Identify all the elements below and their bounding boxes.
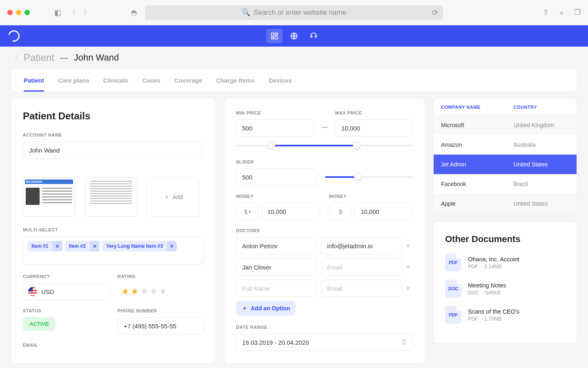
add-image-button[interactable]: ＋ Add [147, 177, 199, 217]
star-icon[interactable]: ★ [149, 286, 158, 297]
companies-table: COMPANY NAME COUNTRY MicrosoftUnited Kin… [434, 99, 577, 213]
tab-care-plans[interactable]: Care plans [58, 69, 89, 92]
status-badge: ACTIVE [23, 317, 56, 331]
svg-rect-2 [275, 36, 278, 39]
close-window[interactable] [7, 10, 13, 15]
doc-name: Scans of the CEO's [468, 308, 519, 315]
breadcrumb-sep: — [60, 53, 68, 63]
chip-remove-icon[interactable]: × [167, 241, 177, 251]
browser-chrome: ◧ 〈 〉 ◓ 🔍 Search or enter website name ⟳… [0, 0, 588, 25]
min-price-input[interactable] [236, 119, 314, 137]
document-item[interactable]: PDFOhana, Inc. AccointPDF - 2.14MB [445, 254, 565, 272]
tab-patient[interactable]: Patient [24, 69, 44, 92]
nav-forward-icon[interactable]: 〉 [83, 8, 91, 18]
company-cell: Jet Admin [441, 161, 513, 168]
table-row[interactable]: Jet AdminUnited States [434, 155, 577, 174]
range-thumb-max[interactable] [353, 142, 360, 149]
currency-select[interactable]: USD [23, 283, 109, 300]
patient-details-card: Patient Details ACCOUNT NAME MICHIGAN ＋ … [11, 99, 216, 363]
logo-icon[interactable] [6, 28, 22, 44]
resize-handle-icon[interactable]: ⌟ [200, 257, 202, 263]
breadcrumb-name: John Wand [74, 52, 119, 63]
doctor-email-input[interactable] [321, 237, 402, 254]
range-sep: — [321, 123, 328, 131]
slider-thumb[interactable] [354, 173, 361, 181]
star-icon[interactable]: ★ [140, 286, 148, 297]
chip-label: Item #2 [65, 241, 90, 251]
col-country-header[interactable]: COUNTRY [513, 105, 569, 110]
remove-row-icon[interactable]: × [406, 284, 413, 293]
col-company-header[interactable]: COMPANY NAME [441, 105, 513, 110]
doctor-name-input[interactable] [236, 258, 317, 276]
nav-back-icon[interactable]: 〈 [69, 8, 76, 18]
table-row[interactable]: MicrosoftUnited Kingdom [434, 115, 577, 135]
currency-selector-a[interactable]: $▾ [236, 203, 259, 220]
multiselect-chip: Very Long Name Item #3× [102, 241, 177, 251]
star-icon[interactable]: ★ [121, 286, 129, 297]
id-card-back[interactable] [85, 177, 137, 217]
reload-icon[interactable]: ⟳ [432, 8, 438, 17]
slider-value-input[interactable] [236, 168, 318, 186]
top-tab-dashboard[interactable] [266, 29, 283, 43]
doctor-email-input[interactable] [321, 280, 402, 297]
table-row[interactable]: FacebookBrazil [434, 174, 577, 194]
tabs-icon[interactable]: ❐ [574, 8, 581, 18]
doctor-name-input[interactable] [236, 280, 317, 297]
single-slider[interactable] [325, 172, 413, 182]
email-label: EMAIL [23, 343, 204, 348]
chip-remove-icon[interactable]: × [52, 241, 62, 251]
doc-name: Meeting Notes [468, 282, 506, 289]
doc-meta: DOC - 548KB [468, 290, 506, 296]
minimize-window[interactable] [16, 10, 21, 15]
calendar-icon[interactable]: 🗓 [401, 339, 408, 346]
doc-meta: PDF - 2.14MB [468, 264, 519, 269]
price-range-slider[interactable] [236, 141, 413, 150]
chip-remove-icon[interactable]: × [90, 241, 100, 251]
currency-label: CURRENCY [23, 274, 109, 279]
shield-icon[interactable]: ◓ [131, 8, 137, 17]
phone-input[interactable] [118, 317, 204, 334]
star-icon[interactable]: ★ [131, 286, 139, 297]
doctor-email-input[interactable] [321, 258, 402, 276]
breadcrumb-section[interactable]: Patient [24, 52, 54, 63]
url-bar[interactable]: 🔍 Search or enter website name ⟳ [145, 5, 443, 20]
rating-input[interactable]: ★★★★★ [118, 283, 204, 300]
new-tab-icon[interactable]: ＋ [558, 8, 565, 18]
breadcrumb-back-icon[interactable]: 〈 [11, 54, 18, 62]
tab-cases[interactable]: Cases [142, 69, 160, 92]
tab-devices[interactable]: Devices [269, 69, 292, 92]
remove-row-icon[interactable]: × [406, 263, 413, 272]
account-name-input[interactable] [23, 141, 203, 159]
sidebar-toggle-icon[interactable]: ◧ [54, 8, 61, 17]
document-item[interactable]: DOCMeeting NotesDOC - 548KB [445, 280, 565, 298]
id-card-front[interactable]: MICHIGAN [23, 177, 75, 217]
multiselect-input[interactable]: Item #1×Item #2×Very Long Name Item #3×⌟ [23, 236, 204, 265]
doc-type-badge: DOC [445, 280, 461, 298]
multiselect-chip: Item #2× [65, 241, 100, 251]
money-a-input[interactable] [261, 203, 320, 220]
pricing-card: MIN PRICE — MAX PRICE SLIDER [225, 99, 425, 363]
range-thumb-min[interactable] [268, 142, 275, 149]
share-icon[interactable]: ⇪ [543, 8, 549, 18]
table-row[interactable]: AmazonAustralia [434, 135, 577, 155]
doctor-name-input[interactable] [236, 237, 317, 254]
top-tab-support[interactable] [305, 29, 322, 43]
tabs-bar: PatientCare plansClinicalsCasesCoverageC… [11, 69, 577, 92]
maximize-window[interactable] [24, 10, 30, 15]
tab-clinicals[interactable]: Clinicals [103, 69, 129, 92]
add-option-button[interactable]: ＋ Add an Option [236, 301, 296, 316]
currency-selector-b[interactable]: $ [329, 203, 352, 220]
remove-row-icon[interactable]: × [406, 242, 413, 250]
top-tab-globe[interactable] [286, 29, 302, 43]
tab-charge-items[interactable]: Charge Items [216, 69, 255, 92]
country-cell: United States [513, 200, 569, 207]
table-row[interactable]: AppleUnited States [434, 194, 577, 213]
document-item[interactable]: PDFScans of the CEO'sPDF - 1.78MB [445, 306, 565, 324]
star-icon[interactable]: ★ [159, 286, 167, 297]
traffic-lights [7, 10, 30, 15]
money-b-input[interactable] [354, 203, 413, 220]
tab-coverage[interactable]: Coverage [174, 69, 202, 92]
date-range-input[interactable] [236, 334, 413, 351]
max-price-input[interactable] [335, 119, 413, 137]
doc-name: Ohana, Inc. Accoint [468, 256, 519, 263]
